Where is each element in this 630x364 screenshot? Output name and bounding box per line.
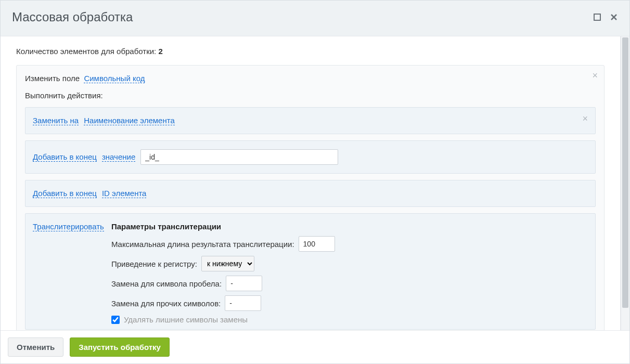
action-source-select[interactable]: Наименование элемента bbox=[84, 116, 175, 125]
action-op-select[interactable]: Добавить в конец bbox=[33, 189, 97, 198]
change-field-label: Изменить поле bbox=[25, 74, 80, 83]
content-area: Количество элементов для обработки: 2 × … bbox=[1, 36, 620, 330]
case-select[interactable]: к нижнему bbox=[201, 256, 254, 271]
change-field-select[interactable]: Символьный код bbox=[84, 74, 145, 83]
action-row: Добавить в конец ID элемента bbox=[33, 189, 146, 198]
space-replace-input[interactable] bbox=[226, 276, 262, 291]
translit-left: Транслитерировать bbox=[33, 222, 104, 231]
param-max-length: Максимальная длина результата транслитер… bbox=[111, 236, 335, 252]
action-op-select[interactable]: Транслитерировать bbox=[33, 222, 104, 231]
action-block-append-value: Добавить в конец значение bbox=[25, 140, 596, 174]
panel-close-icon[interactable]: × bbox=[592, 71, 598, 80]
field-panel: × Изменить поле Символьный код Выполнить… bbox=[16, 65, 605, 330]
modal-footer: Отменить Запустить обработку bbox=[1, 330, 629, 363]
other-replace-input[interactable] bbox=[225, 295, 261, 311]
maximize-icon[interactable] bbox=[593, 13, 601, 21]
action-row: Добавить в конец значение bbox=[33, 149, 338, 165]
param-label: Замена для прочих символов: bbox=[111, 299, 221, 308]
scrollbar-thumb[interactable] bbox=[622, 37, 628, 308]
run-button[interactable]: Запустить обработку bbox=[70, 337, 170, 357]
action-value-input[interactable] bbox=[140, 149, 338, 165]
action-block-append-id: Добавить в конец ID элемента bbox=[25, 180, 596, 207]
action-source-select[interactable]: значение bbox=[102, 152, 135, 162]
window-controls bbox=[593, 13, 618, 21]
remove-extra-checkbox[interactable] bbox=[111, 316, 120, 324]
param-label: Максимальная длина результата транслитер… bbox=[111, 240, 294, 249]
param-remove-extra: Удалять лишние символы замены bbox=[111, 315, 335, 324]
elements-count: Количество элементов для обработки: 2 bbox=[16, 47, 605, 56]
action-row: Заменить на Наименование элемента bbox=[33, 116, 175, 125]
close-icon[interactable] bbox=[610, 13, 618, 21]
action-source-select[interactable]: ID элемента bbox=[102, 189, 147, 198]
translit-params: Параметры транслитерации Максимальная дл… bbox=[111, 222, 335, 324]
param-label: Приведение к регистру: bbox=[111, 259, 197, 268]
remove-extra-label: Удалять лишние символы замены bbox=[124, 315, 248, 324]
action-close-icon[interactable]: × bbox=[582, 114, 588, 123]
param-label: Замена для символа пробела: bbox=[111, 279, 222, 288]
max-length-input[interactable] bbox=[299, 236, 335, 252]
actions-label: Выполнить действия: bbox=[25, 91, 596, 100]
action-op-select[interactable]: Заменить на bbox=[33, 116, 79, 125]
param-other-replace: Замена для прочих символов: bbox=[111, 295, 335, 311]
change-field-row: Изменить поле Символьный код bbox=[25, 74, 596, 83]
count-value: 2 bbox=[158, 47, 162, 56]
modal-dialog: Массовая обработка Количество элементов … bbox=[0, 0, 630, 364]
cancel-button[interactable]: Отменить bbox=[8, 337, 63, 357]
svg-rect-0 bbox=[594, 14, 600, 20]
count-label: Количество элементов для обработки: bbox=[16, 47, 156, 56]
action-block-transliterate: Транслитерировать Параметры транслитерац… bbox=[25, 213, 596, 330]
translit-params-title: Параметры транслитерации bbox=[111, 222, 335, 231]
modal-body: Количество элементов для обработки: 2 × … bbox=[1, 36, 621, 330]
action-block-replace: × Заменить на Наименование элемента bbox=[25, 107, 596, 134]
action-op-select[interactable]: Добавить в конец bbox=[33, 152, 97, 162]
modal-body-wrapper: Количество элементов для обработки: 2 × … bbox=[1, 36, 629, 330]
modal-header: Массовая обработка bbox=[1, 1, 629, 36]
param-case: Приведение к регистру: к нижнему bbox=[111, 256, 335, 271]
scrollbar[interactable] bbox=[621, 36, 629, 330]
param-space-replace: Замена для символа пробела: bbox=[111, 276, 335, 291]
modal-title: Массовая обработка bbox=[12, 10, 133, 24]
